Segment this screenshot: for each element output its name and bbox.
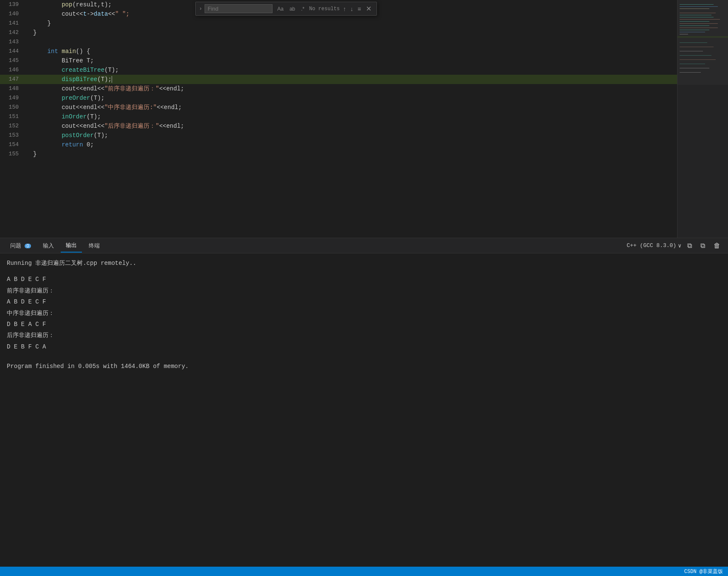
line-gutter [25,56,31,65]
line-gutter [25,9,31,19]
minimap-content [677,0,728,238]
line-number: 151 [0,112,25,121]
line-gutter [25,47,31,56]
line-gutter [25,75,31,84]
code-line: 143 [0,37,677,47]
find-next-button[interactable]: ↓ [349,5,354,13]
find-options: Aa ab .* [275,5,306,13]
line-number: 148 [0,84,25,93]
line-number: 147 [0,75,25,84]
code-panel: › Aa ab .* No results ↑ ↓ ≡ ✕ 139 pop(re… [0,0,677,238]
find-widget: › Aa ab .* No results ↑ ↓ ≡ ✕ [195,2,377,16]
find-input[interactable] [205,4,273,13]
output-line: A B D E C F [7,275,721,284]
line-content: } [31,28,677,37]
line-gutter [25,19,31,28]
running-line: Running 非递归遍历二叉树.cpp remotely.. [7,258,721,268]
find-more-options-button[interactable]: ≡ [357,5,362,13]
line-content: return 0; [31,140,677,149]
svg-rect-24 [677,0,728,85]
line-content: postOrder(T); [31,131,677,140]
line-content: int main() { [31,47,677,56]
code-lines: 139 pop(result,t);140 cout<<t->data<<" "… [0,0,677,159]
line-content: cout<<endl<<"后序非递归遍历："<<endl; [31,121,677,131]
find-whole-word-button[interactable]: ab [287,5,297,13]
text-cursor [112,76,112,83]
finish-line: Program finished in 0.005s with 1464.0KB… [7,362,721,371]
line-content: } [31,149,677,159]
line-number: 144 [0,47,25,56]
line-content: BiTree T; [31,56,677,65]
status-bar: CSDN @非菜盖饭 [0,567,728,576]
code-line: 146 createBiTree(T); [0,65,677,75]
line-number: 140 [0,9,25,19]
line-content: createBiTree(T); [31,65,677,75]
bottom-panel: 问题 0 输入 输出 终端 C++ (GCC 8.3.0) ∨ ⧉ ⧉ 🗑 Ru… [0,238,728,576]
line-content: cout<<endl<<"中序非递归遍历:"<<endl; [31,103,677,112]
problems-badge: 0 [25,244,31,248]
line-number: 154 [0,140,25,149]
line-content [31,37,677,47]
line-number: 153 [0,131,25,140]
tab-problems[interactable]: 问题 0 [5,239,36,252]
delete-button[interactable]: 🗑 [711,241,723,250]
line-number: 142 [0,28,25,37]
tab-terminal[interactable]: 终端 [84,239,105,252]
line-gutter [25,0,31,9]
line-content: preOrder(T); [31,93,677,103]
code-line: 151 inOrder(T); [0,112,677,121]
language-label: C++ (GCC 8.3.0) [627,242,676,249]
copy-button[interactable]: ⧉ [698,241,708,250]
line-number: 143 [0,37,25,47]
line-number: 139 [0,0,25,9]
code-line: 148 cout<<endl<<"前序非递归遍历："<<endl; [0,84,677,93]
chevron-down-icon: ∨ [678,242,681,249]
line-gutter [25,121,31,131]
tab-output[interactable]: 输出 [61,239,82,253]
output-line: D B E A C F [7,320,721,329]
line-content: dispBiTree(T); [31,75,677,84]
output-line: 中序非递归遍历： [7,309,721,318]
code-line: 142} [0,28,677,37]
line-gutter [25,103,31,112]
editor-area: › Aa ab .* No results ↑ ↓ ≡ ✕ 139 pop(re… [0,0,728,238]
code-line: 141 } [0,19,677,28]
code-line: 150 cout<<endl<<"中序非递归遍历:"<<endl; [0,103,677,112]
output-line: 前序非递归遍历： [7,286,721,295]
code-line: 145 BiTree T; [0,56,677,65]
code-line: 147 dispBiTree(T); [0,75,677,84]
output-line: A B D E C F [7,297,721,306]
tab-input[interactable]: 输入 [38,239,59,252]
line-content: cout<<endl<<"前序非递归遍历："<<endl; [31,84,677,93]
line-number: 150 [0,103,25,112]
code-line: 155} [0,149,677,159]
panel-tabs: 问题 0 输入 输出 终端 C++ (GCC 8.3.0) ∨ ⧉ ⧉ 🗑 [0,238,728,253]
find-match-case-button[interactable]: Aa [275,5,286,13]
panel-right: C++ (GCC 8.3.0) ∨ ⧉ ⧉ 🗑 [627,241,723,250]
code-line: 144 int main() { [0,47,677,56]
line-content: inOrder(T); [31,112,677,121]
split-editor-button[interactable]: ⧉ [685,241,694,250]
line-gutter [25,37,31,47]
find-no-results: No results [309,6,340,12]
status-text: CSDN @非菜盖饭 [684,568,723,575]
code-line: 153 postOrder(T); [0,131,677,140]
output-line: D E B F C A [7,342,721,351]
terminal-output: Running 非递归遍历二叉树.cpp remotely..A B D E C… [0,253,728,377]
line-number: 141 [0,19,25,28]
line-gutter [25,65,31,75]
find-widget-arrow: › [199,6,202,12]
find-close-button[interactable]: ✕ [364,4,373,14]
line-gutter [25,28,31,37]
line-gutter [25,140,31,149]
line-gutter [25,112,31,121]
line-number: 146 [0,65,25,75]
language-selector[interactable]: C++ (GCC 8.3.0) ∨ [627,242,681,249]
find-regex-button[interactable]: .* [299,5,306,13]
find-prev-button[interactable]: ↑ [342,5,347,13]
line-gutter [25,131,31,140]
code-line: 149 preOrder(T); [0,93,677,103]
minimap [677,0,728,238]
line-gutter [25,93,31,103]
code-line: 152 cout<<endl<<"后序非递归遍历："<<endl; [0,121,677,131]
